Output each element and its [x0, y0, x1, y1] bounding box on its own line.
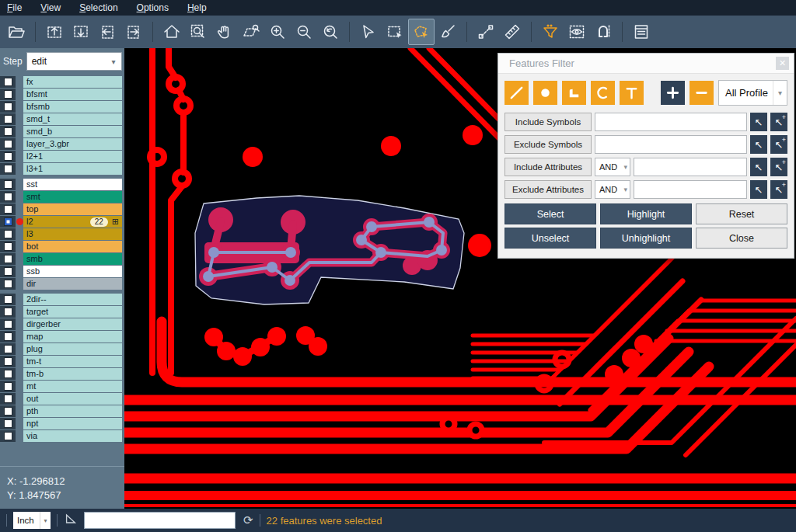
menu-options[interactable]: Options: [137, 2, 169, 13]
layer-visibility-checkbox[interactable]: [4, 308, 12, 316]
layer-row-dir[interactable]: dir: [0, 278, 124, 290]
layer-visibility-checkbox[interactable]: [4, 395, 12, 403]
layer-label[interactable]: ssb: [23, 266, 122, 277]
layer-label[interactable]: smb: [23, 253, 122, 265]
include-attributes-logic-select[interactable]: AND ▾: [595, 158, 630, 176]
zoom-window-button[interactable]: [185, 19, 211, 45]
layer-row-fx[interactable]: fx: [0, 76, 124, 88]
pan-left-button[interactable]: [94, 19, 120, 45]
layer-row-target[interactable]: target: [0, 306, 124, 318]
filter-type-surface-button[interactable]: [562, 81, 586, 105]
select-rectangle-button[interactable]: [382, 19, 408, 45]
layer-label[interactable]: smd_t: [23, 113, 122, 125]
layer-row-smd_t[interactable]: smd_t: [0, 113, 124, 125]
layer-visibility-checkbox[interactable]: [4, 152, 12, 161]
layer-visibility-checkbox[interactable]: [4, 242, 12, 251]
snap-button[interactable]: [590, 19, 616, 45]
layer-row-mt[interactable]: mt: [0, 381, 124, 392]
layer-row-l2+1[interactable]: l2+1: [0, 151, 124, 162]
measure-line-button[interactable]: [473, 19, 499, 45]
layer-row-smb[interactable]: smb: [0, 253, 124, 265]
layer-row-ssb[interactable]: ssb: [0, 266, 124, 277]
layer-row-l2[interactable]: l222⊞: [0, 216, 124, 228]
select-pointer-button[interactable]: [355, 19, 382, 45]
layer-row-bfsmb[interactable]: bfsmb: [0, 101, 124, 113]
layer-visibility-checkbox[interactable]: [4, 407, 12, 416]
menu-selection[interactable]: Selection: [79, 2, 117, 13]
layer-row-smd_b[interactable]: smd_b: [0, 126, 124, 137]
pan-right-button[interactable]: [120, 19, 147, 45]
filter-add-button[interactable]: [661, 81, 685, 105]
command-input[interactable]: [84, 512, 236, 529]
layer-row-sst[interactable]: sst: [0, 179, 124, 190]
features-filter-button[interactable]: [537, 19, 564, 45]
layer-visibility-checkbox[interactable]: [4, 419, 12, 428]
pick-symbol-button[interactable]: ↖: [750, 135, 767, 154]
layer-visibility-checkbox[interactable]: [4, 320, 12, 329]
layer-visibility-checkbox[interactable]: [4, 280, 12, 288]
menu-view[interactable]: View: [40, 2, 61, 13]
zoom-previous-button[interactable]: [317, 19, 344, 45]
layer-label[interactable]: top: [23, 203, 122, 215]
zoom-area-button[interactable]: [238, 19, 264, 45]
pick-attribute-button[interactable]: ↖: [750, 180, 767, 199]
pick-attribute-button[interactable]: ↖: [750, 158, 767, 176]
layer-label[interactable]: bfsmt: [23, 89, 122, 100]
unselect-button[interactable]: Unselect: [504, 228, 596, 249]
filter-remove-button[interactable]: [690, 81, 714, 105]
view-options-button[interactable]: [564, 19, 590, 45]
layer-visibility-checkbox[interactable]: [4, 90, 12, 99]
unhighlight-button[interactable]: Unhighlight: [600, 228, 692, 249]
layer-visibility-checkbox[interactable]: [4, 295, 12, 304]
menu-file[interactable]: File: [7, 2, 22, 13]
layer-visibility-checkbox[interactable]: [4, 165, 12, 173]
layer-visibility-checkbox[interactable]: [4, 267, 12, 276]
layer-row-plug[interactable]: plug: [0, 343, 124, 355]
layer-visibility-checkbox[interactable]: [4, 115, 12, 123]
menu-help[interactable]: Help: [187, 2, 207, 13]
layer-visibility-checkbox[interactable]: [4, 345, 12, 353]
dialog-titlebar[interactable]: Features Filter ✕: [498, 54, 794, 74]
pick-attribute-add-button[interactable]: ↖+: [770, 158, 787, 176]
pick-attribute-add-button[interactable]: ↖+: [770, 180, 787, 199]
layer-row-tm-b[interactable]: tm-b: [0, 368, 124, 380]
layer-row-pth[interactable]: pth: [0, 405, 124, 417]
layer-label[interactable]: mt: [23, 381, 122, 392]
layer-visibility-checkbox[interactable]: [4, 205, 12, 214]
layer-row-bfsmt[interactable]: bfsmt: [0, 89, 124, 100]
layer-label[interactable]: map: [23, 331, 122, 342]
reset-button[interactable]: Reset: [696, 203, 787, 224]
layer-label[interactable]: l3+1: [23, 163, 122, 175]
exclude-attributes-logic-select[interactable]: AND ▾: [595, 180, 630, 199]
exclude-attributes-button[interactable]: Exclude Attributes: [504, 180, 592, 199]
filter-type-line-button[interactable]: [504, 81, 529, 105]
layer-visibility-checkbox[interactable]: [4, 217, 12, 226]
include-symbols-button[interactable]: Include Symbols: [504, 113, 592, 131]
layer-visibility-checkbox[interactable]: [4, 103, 12, 111]
layer-row-smt[interactable]: smt: [0, 191, 124, 203]
layer-row-2dir--[interactable]: 2dir--: [0, 294, 124, 305]
pan-hand-button[interactable]: [211, 19, 238, 45]
layer-visibility-checkbox[interactable]: [4, 255, 12, 263]
step-select[interactable]: edit ▾: [26, 52, 122, 71]
layer-row-tm-t[interactable]: tm-t: [0, 356, 124, 367]
pick-symbol-button[interactable]: ↖: [750, 113, 767, 131]
corner-measure-icon[interactable]: [64, 512, 78, 529]
layer-label[interactable]: fx: [23, 76, 122, 88]
filter-type-arc-button[interactable]: [591, 81, 615, 105]
layer-label[interactable]: 2dir--: [23, 294, 122, 305]
report-button[interactable]: [628, 19, 655, 45]
pan-up-button[interactable]: [41, 19, 68, 45]
highlight-button[interactable]: Highlight: [600, 203, 692, 224]
layer-visibility-checkbox[interactable]: [4, 193, 12, 201]
filter-type-pad-button[interactable]: [533, 81, 557, 105]
layer-label[interactable]: smt: [23, 191, 122, 203]
layer-row-out[interactable]: out: [0, 393, 124, 405]
layer-visibility-checkbox[interactable]: [4, 357, 12, 366]
layer-label[interactable]: l222⊞: [23, 216, 122, 228]
unit-select[interactable]: Inch ▾: [13, 512, 51, 529]
zoom-in-button[interactable]: [264, 19, 291, 45]
layer-label[interactable]: out: [23, 393, 122, 405]
pick-symbol-add-button[interactable]: ↖+: [770, 135, 787, 154]
layer-label[interactable]: target: [23, 306, 122, 318]
